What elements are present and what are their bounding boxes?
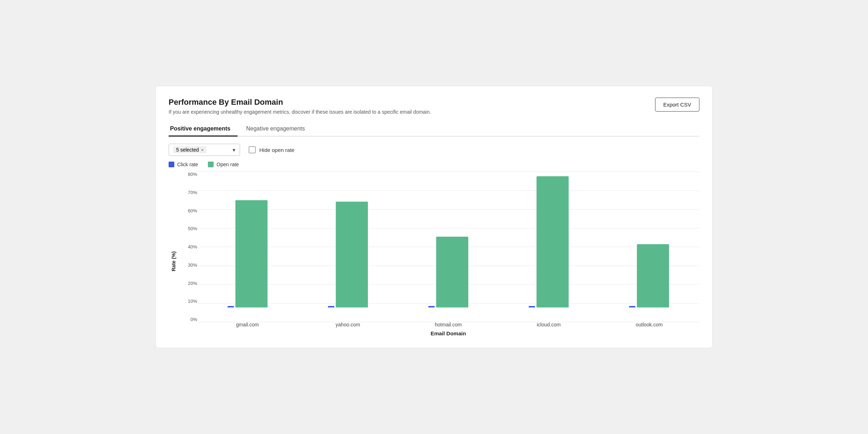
y-tick: 70% — [188, 190, 197, 195]
x-label: hotmail.com — [398, 322, 498, 327]
open-rate-bar — [235, 200, 268, 307]
x-axis-title: Email Domain — [197, 330, 699, 336]
x-label: icloud.com — [499, 322, 599, 327]
chevron-down-icon: ▾ — [233, 147, 235, 153]
bar-group — [629, 244, 669, 307]
y-tick: 50% — [188, 226, 197, 231]
chart-body: gmail.comyahoo.comhotmail.comicloud.como… — [197, 172, 699, 336]
tab-positive-engagements[interactable]: Positive engagements — [169, 122, 238, 137]
bar-group — [228, 200, 268, 307]
click-rate-bar — [629, 306, 635, 307]
x-label: yahoo.com — [298, 322, 398, 327]
export-csv-button[interactable]: Export CSV — [655, 98, 699, 112]
y-axis-label: Rate (%) — [169, 172, 179, 336]
y-tick: 60% — [188, 208, 197, 213]
open-rate-bar — [537, 176, 569, 307]
domain-tag-clear[interactable]: × — [201, 147, 204, 153]
x-label: outlook.com — [599, 322, 699, 327]
hide-open-rate-label: Hide open rate — [259, 147, 294, 153]
domain-tag-label: 5 selected — [176, 147, 199, 153]
y-tick: 40% — [188, 244, 197, 250]
y-tick: 10% — [188, 299, 197, 304]
bars-row — [197, 172, 699, 322]
open-rate-bar — [637, 244, 669, 307]
controls-row: 5 selected × ▾ Hide open rate — [169, 144, 699, 156]
open-rate-bar — [336, 202, 368, 307]
click-rate-bar — [328, 306, 334, 307]
legend-open-rate: Open rate — [208, 162, 239, 167]
legend-open-label: Open rate — [216, 162, 239, 167]
hide-open-rate-checkbox[interactable] — [249, 146, 256, 153]
tab-negative-engagements[interactable]: Negative engagements — [245, 122, 312, 137]
y-tick: 80% — [188, 172, 197, 177]
domain-selector[interactable]: 5 selected × ▾ — [169, 144, 240, 156]
x-labels: gmail.comyahoo.comhotmail.comicloud.como… — [197, 322, 699, 327]
y-tick: 30% — [188, 262, 197, 268]
open-rate-bar — [436, 237, 468, 307]
legend-click-rate: Click rate — [169, 162, 198, 167]
performance-card: Performance By Email Domain If you are e… — [155, 86, 713, 348]
page-subtitle: If you are experiencing unhealthy engage… — [169, 109, 431, 115]
domain-tag: 5 selected × — [173, 146, 206, 153]
click-rate-bar — [529, 306, 535, 307]
bar-group — [328, 202, 368, 307]
bar-group — [428, 237, 468, 307]
y-ticks-column: 80%70%60%50%40%30%20%10%0% — [180, 172, 197, 336]
click-rate-bar — [228, 306, 234, 307]
chart-container: Rate (%) 80%70%60%50%40%30%20%10%0% gmai… — [169, 172, 699, 336]
header-row: Performance By Email Domain If you are e… — [169, 98, 699, 115]
hide-open-rate-control[interactable]: Hide open rate — [249, 146, 294, 153]
click-rate-bar — [428, 306, 435, 307]
legend-click-label: Click rate — [177, 162, 198, 167]
tabs-row: Positive engagements Negative engagement… — [169, 122, 699, 137]
y-tick: 20% — [188, 281, 197, 286]
title-block: Performance By Email Domain If you are e… — [169, 98, 431, 115]
click-rate-color — [169, 162, 174, 167]
bar-group — [529, 176, 569, 307]
chart-legend: Click rate Open rate — [169, 162, 699, 167]
page-title: Performance By Email Domain — [169, 98, 431, 107]
x-label: gmail.com — [197, 322, 298, 327]
open-rate-color — [208, 162, 214, 167]
y-tick: 0% — [190, 317, 197, 322]
